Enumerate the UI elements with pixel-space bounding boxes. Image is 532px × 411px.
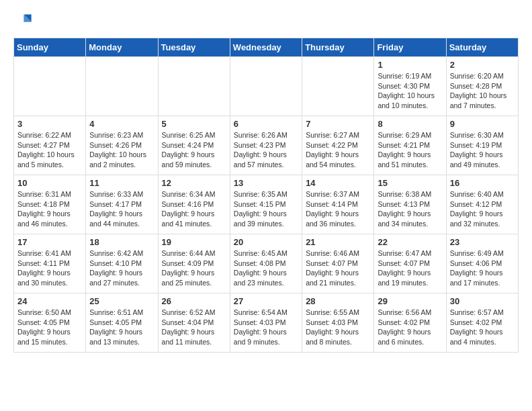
calendar-cell: 28Sunrise: 6:55 AM Sunset: 4:03 PM Dayli… (302, 293, 374, 353)
day-number: 17 (17, 237, 82, 247)
day-number: 27 (234, 296, 298, 306)
calendar-cell: 22Sunrise: 6:47 AM Sunset: 4:07 PM Dayli… (374, 234, 446, 293)
calendar-cell: 11Sunrise: 6:33 AM Sunset: 4:17 PM Dayli… (86, 175, 158, 234)
calendar-cell: 10Sunrise: 6:31 AM Sunset: 4:18 PM Dayli… (14, 175, 86, 234)
calendar-cell: 27Sunrise: 6:54 AM Sunset: 4:03 PM Dayli… (230, 293, 302, 353)
day-number: 20 (234, 237, 298, 247)
day-number: 9 (450, 119, 515, 129)
calendar-cell: 23Sunrise: 6:49 AM Sunset: 4:06 PM Dayli… (446, 234, 518, 293)
calendar-cell: 12Sunrise: 6:34 AM Sunset: 4:16 PM Dayli… (158, 175, 230, 234)
calendar-cell: 18Sunrise: 6:42 AM Sunset: 4:10 PM Dayli… (86, 234, 158, 293)
calendar-cell: 2Sunrise: 6:20 AM Sunset: 4:28 PM Daylig… (446, 57, 518, 116)
day-info: Sunrise: 6:27 AM Sunset: 4:22 PM Dayligh… (306, 130, 370, 170)
day-info: Sunrise: 6:52 AM Sunset: 4:04 PM Dayligh… (162, 308, 226, 347)
day-number: 1 (378, 60, 442, 70)
day-number: 30 (450, 296, 515, 306)
day-number: 4 (89, 119, 154, 129)
calendar-cell: 30Sunrise: 6:57 AM Sunset: 4:02 PM Dayli… (446, 293, 518, 353)
day-number: 23 (450, 237, 515, 247)
calendar-cell: 24Sunrise: 6:50 AM Sunset: 4:05 PM Dayli… (14, 293, 86, 353)
day-info: Sunrise: 6:55 AM Sunset: 4:03 PM Dayligh… (306, 308, 370, 347)
day-number: 3 (17, 119, 82, 129)
day-info: Sunrise: 6:54 AM Sunset: 4:03 PM Dayligh… (234, 308, 298, 347)
day-info: Sunrise: 6:51 AM Sunset: 4:05 PM Dayligh… (89, 308, 154, 347)
weekday-header-friday: Friday (374, 38, 446, 57)
day-number: 29 (378, 296, 442, 306)
day-number: 26 (162, 296, 226, 306)
weekday-header-thursday: Thursday (302, 38, 374, 57)
day-number: 10 (17, 178, 82, 188)
day-number: 8 (378, 119, 442, 129)
day-number: 19 (162, 237, 226, 247)
day-info: Sunrise: 6:29 AM Sunset: 4:21 PM Dayligh… (378, 130, 442, 170)
weekday-header-wednesday: Wednesday (230, 38, 302, 57)
weekday-header-row: SundayMondayTuesdayWednesdayThursdayFrid… (14, 38, 519, 57)
day-number: 5 (162, 119, 226, 129)
day-info: Sunrise: 6:42 AM Sunset: 4:10 PM Dayligh… (89, 248, 154, 288)
calendar-cell (230, 57, 302, 116)
day-info: Sunrise: 6:57 AM Sunset: 4:02 PM Dayligh… (450, 308, 515, 347)
day-number: 25 (89, 296, 154, 306)
day-number: 15 (378, 178, 442, 188)
day-info: Sunrise: 6:19 AM Sunset: 4:30 PM Dayligh… (378, 71, 442, 111)
calendar-week-2: 3Sunrise: 6:22 AM Sunset: 4:27 PM Daylig… (14, 116, 519, 175)
day-info: Sunrise: 6:49 AM Sunset: 4:06 PM Dayligh… (450, 248, 515, 288)
calendar-week-3: 10Sunrise: 6:31 AM Sunset: 4:18 PM Dayli… (14, 175, 519, 234)
day-info: Sunrise: 6:26 AM Sunset: 4:23 PM Dayligh… (234, 130, 298, 170)
calendar-cell: 20Sunrise: 6:45 AM Sunset: 4:08 PM Dayli… (230, 234, 302, 293)
calendar-cell: 15Sunrise: 6:38 AM Sunset: 4:13 PM Dayli… (374, 175, 446, 234)
calendar-cell (86, 57, 158, 116)
calendar-cell: 6Sunrise: 6:26 AM Sunset: 4:23 PM Daylig… (230, 116, 302, 175)
day-number: 2 (450, 60, 515, 70)
day-number: 18 (89, 237, 154, 247)
day-info: Sunrise: 6:25 AM Sunset: 4:24 PM Dayligh… (162, 130, 226, 170)
weekday-header-saturday: Saturday (446, 38, 518, 57)
day-info: Sunrise: 6:35 AM Sunset: 4:15 PM Dayligh… (234, 189, 298, 229)
calendar-cell: 9Sunrise: 6:30 AM Sunset: 4:19 PM Daylig… (446, 116, 518, 175)
day-info: Sunrise: 6:30 AM Sunset: 4:19 PM Dayligh… (450, 130, 515, 170)
calendar-cell: 16Sunrise: 6:40 AM Sunset: 4:12 PM Dayli… (446, 175, 518, 234)
day-info: Sunrise: 6:50 AM Sunset: 4:05 PM Dayligh… (17, 308, 82, 347)
day-number: 24 (17, 296, 82, 306)
calendar-table: SundayMondayTuesdayWednesdayThursdayFrid… (13, 38, 519, 353)
day-number: 13 (234, 178, 298, 188)
logo-icon (13, 11, 32, 30)
calendar-week-5: 24Sunrise: 6:50 AM Sunset: 4:05 PM Dayli… (14, 293, 519, 353)
calendar-cell: 29Sunrise: 6:56 AM Sunset: 4:02 PM Dayli… (374, 293, 446, 353)
page-header (13, 11, 519, 30)
calendar-cell: 3Sunrise: 6:22 AM Sunset: 4:27 PM Daylig… (14, 116, 86, 175)
day-number: 28 (306, 296, 370, 306)
day-number: 14 (306, 178, 370, 188)
day-info: Sunrise: 6:22 AM Sunset: 4:27 PM Dayligh… (17, 130, 82, 170)
calendar-cell: 14Sunrise: 6:37 AM Sunset: 4:14 PM Dayli… (302, 175, 374, 234)
logo (13, 11, 34, 30)
day-number: 21 (306, 237, 370, 247)
day-number: 12 (162, 178, 226, 188)
calendar-cell (158, 57, 230, 116)
day-info: Sunrise: 6:31 AM Sunset: 4:18 PM Dayligh… (17, 189, 82, 229)
day-number: 6 (234, 119, 298, 129)
day-info: Sunrise: 6:34 AM Sunset: 4:16 PM Dayligh… (162, 189, 226, 229)
calendar-cell: 5Sunrise: 6:25 AM Sunset: 4:24 PM Daylig… (158, 116, 230, 175)
calendar-cell: 7Sunrise: 6:27 AM Sunset: 4:22 PM Daylig… (302, 116, 374, 175)
day-info: Sunrise: 6:33 AM Sunset: 4:17 PM Dayligh… (89, 189, 154, 229)
calendar-cell: 17Sunrise: 6:41 AM Sunset: 4:11 PM Dayli… (14, 234, 86, 293)
day-info: Sunrise: 6:38 AM Sunset: 4:13 PM Dayligh… (378, 189, 442, 229)
day-info: Sunrise: 6:46 AM Sunset: 4:07 PM Dayligh… (306, 248, 370, 288)
calendar-cell: 21Sunrise: 6:46 AM Sunset: 4:07 PM Dayli… (302, 234, 374, 293)
calendar-week-1: 1Sunrise: 6:19 AM Sunset: 4:30 PM Daylig… (14, 57, 519, 116)
calendar-cell: 19Sunrise: 6:44 AM Sunset: 4:09 PM Dayli… (158, 234, 230, 293)
calendar-cell (14, 57, 86, 116)
calendar-cell: 26Sunrise: 6:52 AM Sunset: 4:04 PM Dayli… (158, 293, 230, 353)
page-container: SundayMondayTuesdayWednesdayThursdayFrid… (0, 0, 532, 363)
calendar-cell: 1Sunrise: 6:19 AM Sunset: 4:30 PM Daylig… (374, 57, 446, 116)
day-info: Sunrise: 6:47 AM Sunset: 4:07 PM Dayligh… (378, 248, 442, 288)
weekday-header-monday: Monday (86, 38, 158, 57)
weekday-header-tuesday: Tuesday (158, 38, 230, 57)
day-info: Sunrise: 6:20 AM Sunset: 4:28 PM Dayligh… (450, 71, 515, 111)
calendar-cell: 8Sunrise: 6:29 AM Sunset: 4:21 PM Daylig… (374, 116, 446, 175)
day-info: Sunrise: 6:56 AM Sunset: 4:02 PM Dayligh… (378, 308, 442, 347)
day-info: Sunrise: 6:44 AM Sunset: 4:09 PM Dayligh… (162, 248, 226, 288)
calendar-cell: 25Sunrise: 6:51 AM Sunset: 4:05 PM Dayli… (86, 293, 158, 353)
day-number: 11 (89, 178, 154, 188)
